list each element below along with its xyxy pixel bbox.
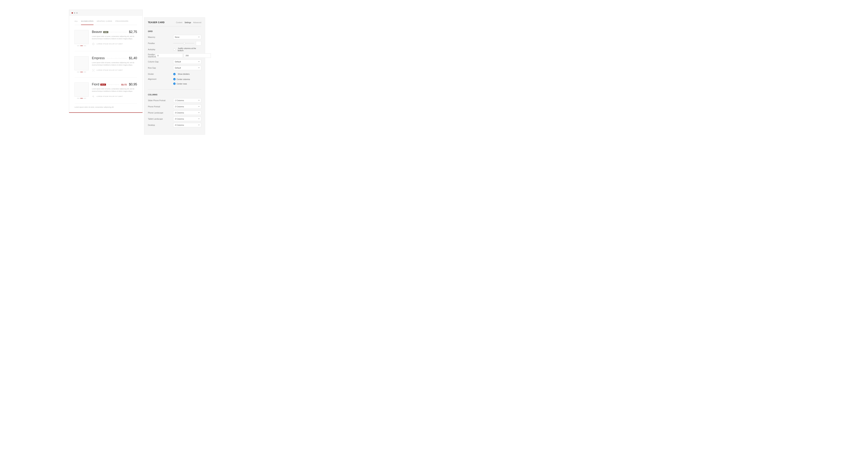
window-dot-close[interactable] [72, 12, 73, 13]
category-tabs: ALL MAINBOARDS GRAPHIC CARDS PROCESSORS [74, 20, 137, 25]
parallax-end-input[interactable] [184, 53, 211, 58]
new-badge: NEW [103, 31, 108, 33]
masonry-select[interactable]: None [173, 35, 201, 39]
slider-handle[interactable] [183, 42, 185, 44]
thumbnail-pager-dot[interactable] [84, 46, 86, 46]
settings-panel: TEASER CARD Content Settings Advanced GR… [144, 18, 205, 135]
chevron-down-icon [198, 37, 199, 37]
window-dot-minimize[interactable] [74, 12, 75, 13]
parallax-value-input[interactable] [196, 41, 201, 46]
panel-title: TEASER CARD [148, 21, 164, 24]
window-accent-bar [69, 112, 143, 113]
phone-portrait-select[interactable]: 2 Columns [173, 105, 201, 109]
autoplay-label: Autoplay [148, 48, 173, 51]
center-columns-checkbox[interactable] [173, 78, 176, 80]
window-titlebar [69, 10, 143, 16]
tab-mainboards[interactable]: MAINBOARDS [81, 20, 93, 25]
chevron-down-icon [198, 125, 199, 125]
panel-tab-settings[interactable]: Settings [184, 22, 191, 24]
slider-phone-portrait-label: Slider Phone Portrait [148, 99, 173, 102]
window-dot-zoom[interactable] [76, 12, 78, 13]
thumbnail-pager [74, 72, 89, 72]
thumbnail-pager-dot[interactable] [84, 98, 86, 98]
clock-icon [92, 42, 95, 46]
desktop-label: Desktop [148, 124, 173, 126]
autoplay-check-label: Justify columns at the bottom [178, 47, 201, 52]
parallax-start-input[interactable] [156, 53, 183, 58]
chevron-down-icon [198, 67, 199, 68]
divider-checkbox[interactable] [173, 73, 176, 75]
autoplay-checkbox[interactable] [173, 48, 176, 51]
thumbnail-pager-dot[interactable] [77, 72, 80, 72]
section-title-columns: COLUMNS [148, 94, 201, 96]
product-meta: LOREM IPSUM DOLOR SIT AMET [97, 43, 123, 45]
tablet-landscape-select[interactable]: 3 Columns [173, 117, 201, 121]
product-title: Beaver [92, 30, 102, 34]
product-price-old: $1.72 [121, 83, 127, 86]
parallax-label: Parallax [148, 42, 173, 44]
product-meta: LOREM IPSUM DOLOR SIT AMET [97, 95, 123, 97]
thumbnail-pager-dot[interactable] [84, 72, 86, 72]
product-item: Empress $1,40 Lorem ipsum dolor sit amet… [74, 51, 137, 78]
sale-badge: SALE [100, 84, 106, 86]
parallax-slider[interactable] [173, 43, 194, 44]
product-title: Empress [92, 56, 105, 60]
tablet-landscape-label: Tablet Landscape [148, 118, 173, 120]
thumbnail-pager [74, 98, 89, 98]
alignment-label: Alignment [148, 78, 173, 80]
center-rows-checkbox[interactable] [173, 83, 176, 85]
thumbnail-pager [74, 46, 89, 46]
parallax-range-label: Parallax Start/End [148, 53, 156, 58]
chevron-down-icon [198, 106, 199, 107]
focus-icon [92, 69, 95, 72]
thumbnail-pager-dot[interactable] [80, 46, 83, 46]
phone-landscape-select[interactable]: 3 Columns [173, 111, 201, 115]
product-description: Lorem ipsum dolor sit amet, consectetur … [92, 61, 137, 66]
product-description: Lorem ipsum dolor sit amet, consectetur … [92, 35, 137, 40]
column-gap-label: Column Gap [148, 61, 173, 63]
divider-label: Divider [148, 73, 173, 75]
product-thumbnail[interactable] [74, 83, 89, 96]
product-description: Lorem ipsum dolor sit amet, consectetur … [92, 88, 137, 92]
product-item: Fiord SALE $1.72 $0,95 Lorem ipsum dolor… [74, 78, 137, 104]
slider-phone-portrait-select[interactable]: 1 Columns [173, 98, 201, 103]
chevron-down-icon [198, 61, 199, 62]
thumbnail-pager-dot[interactable] [80, 98, 83, 98]
desktop-select[interactable]: 4 Columns [173, 123, 201, 127]
column-gap-select[interactable]: Default [173, 60, 201, 64]
tag-icon [92, 95, 95, 98]
product-preview-window: ALL MAINBOARDS GRAPHIC CARDS PROCESSORS … [69, 9, 143, 113]
phone-landscape-label: Phone Landscape [148, 112, 173, 114]
tab-processors[interactable]: PROCESSORS [115, 20, 128, 25]
thumbnail-pager-dot[interactable] [80, 72, 83, 72]
tab-graphic-cards[interactable]: GRAPHIC CARDS [97, 20, 112, 25]
product-meta: LOREM IPSUM DOLOR SIT AMET [97, 69, 123, 71]
product-thumbnail[interactable] [74, 56, 89, 70]
masonry-label: Masonry [148, 36, 173, 38]
panel-tabs: Content Settings Advanced [176, 22, 201, 24]
product-price: $2,75 [129, 30, 137, 34]
row-gap-select[interactable]: Default [173, 66, 201, 70]
footer-text: Lorem ipsum dolor sit amet, consectetur … [74, 104, 137, 112]
divider-check-label: Show dividers [178, 73, 189, 75]
chevron-down-icon [198, 100, 199, 101]
tab-all[interactable]: ALL [74, 20, 78, 25]
product-item: Beaver NEW $2,75 Lorem ipsum dolor sit a… [74, 25, 137, 51]
product-thumbnail[interactable] [74, 30, 89, 44]
svg-point-1 [93, 70, 94, 70]
product-price: $0,95 [129, 83, 137, 86]
product-price: $1,40 [129, 56, 137, 60]
phone-portrait-label: Phone Portrait [148, 106, 173, 108]
product-title: Fiord [92, 83, 99, 86]
thumbnail-pager-dot[interactable] [77, 98, 80, 98]
chevron-down-icon [198, 112, 199, 113]
thumbnail-pager-dot[interactable] [77, 46, 80, 46]
row-gap-label: Row Gap [148, 67, 173, 69]
section-title-grid: GRID [148, 30, 201, 32]
center-rows-label: Center rows [177, 83, 187, 85]
panel-tab-advanced[interactable]: Advanced [193, 22, 201, 24]
chevron-down-icon [198, 118, 199, 119]
panel-tab-content[interactable]: Content [176, 22, 182, 24]
center-columns-label: Center columns [177, 78, 190, 80]
